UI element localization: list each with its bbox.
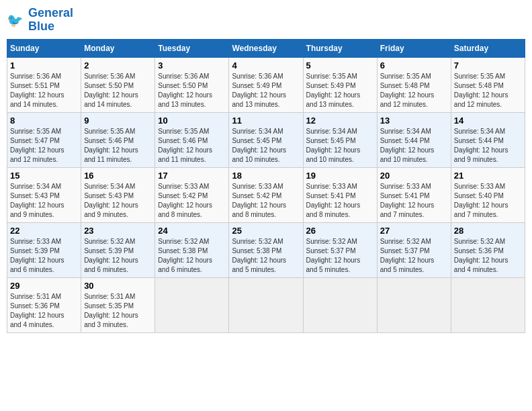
- day-number: 9: [84, 116, 152, 126]
- day-number: 15: [10, 171, 78, 181]
- day-detail: Sunrise: 5:34 AMSunset: 5:44 PMDaylight:…: [454, 127, 522, 165]
- col-header-friday: Friday: [377, 39, 451, 57]
- logo-icon: 🐦: [7, 11, 26, 30]
- day-detail: Sunrise: 5:35 AMSunset: 5:48 PMDaylight:…: [380, 72, 448, 109]
- calendar-cell: 17Sunrise: 5:33 AMSunset: 5:42 PMDayligh…: [155, 167, 229, 222]
- col-header-sunday: Sunday: [7, 39, 81, 57]
- day-number: 22: [10, 226, 78, 236]
- calendar-cell: 28Sunrise: 5:32 AMSunset: 5:36 PMDayligh…: [451, 222, 525, 277]
- calendar-cell: 6Sunrise: 5:35 AMSunset: 5:48 PMDaylight…: [377, 57, 451, 112]
- calendar-cell: 5Sunrise: 5:35 AMSunset: 5:49 PMDaylight…: [303, 57, 377, 112]
- col-header-thursday: Thursday: [303, 39, 377, 57]
- day-number: 5: [306, 60, 374, 71]
- day-detail: Sunrise: 5:35 AMSunset: 5:49 PMDaylight:…: [306, 72, 374, 109]
- day-number: 24: [158, 226, 226, 236]
- day-detail: Sunrise: 5:35 AMSunset: 5:47 PMDaylight:…: [10, 127, 78, 165]
- day-detail: Sunrise: 5:33 AMSunset: 5:42 PMDaylight:…: [158, 182, 226, 220]
- day-number: 26: [306, 226, 374, 236]
- day-detail: Sunrise: 5:32 AMSunset: 5:36 PMDaylight:…: [454, 237, 522, 275]
- calendar-cell: 20Sunrise: 5:33 AMSunset: 5:41 PMDayligh…: [377, 167, 451, 222]
- calendar-cell: 12Sunrise: 5:34 AMSunset: 5:45 PMDayligh…: [303, 112, 377, 167]
- calendar-cell: 30Sunrise: 5:31 AMSunset: 5:35 PMDayligh…: [81, 277, 155, 332]
- day-detail: Sunrise: 5:36 AMSunset: 5:50 PMDaylight:…: [158, 72, 226, 109]
- week-row: 1Sunrise: 5:36 AMSunset: 5:51 PMDaylight…: [7, 57, 525, 112]
- calendar-cell: 15Sunrise: 5:34 AMSunset: 5:43 PMDayligh…: [7, 167, 81, 222]
- day-number: 13: [380, 116, 448, 126]
- day-detail: Sunrise: 5:36 AMSunset: 5:51 PMDaylight:…: [10, 72, 78, 109]
- day-number: 4: [232, 60, 300, 71]
- calendar-cell: 13Sunrise: 5:34 AMSunset: 5:44 PMDayligh…: [377, 112, 451, 167]
- day-number: 30: [84, 281, 152, 291]
- col-header-saturday: Saturday: [451, 39, 525, 57]
- day-number: 28: [454, 226, 522, 236]
- day-detail: Sunrise: 5:32 AMSunset: 5:37 PMDaylight:…: [306, 237, 374, 275]
- day-number: 23: [84, 226, 152, 236]
- calendar-cell: 10Sunrise: 5:35 AMSunset: 5:46 PMDayligh…: [155, 112, 229, 167]
- day-detail: Sunrise: 5:33 AMSunset: 5:42 PMDaylight:…: [232, 182, 300, 220]
- day-number: 27: [380, 226, 448, 236]
- day-number: 29: [10, 281, 78, 291]
- day-number: 12: [306, 116, 374, 126]
- day-number: 2: [84, 60, 152, 71]
- day-detail: Sunrise: 5:36 AMSunset: 5:50 PMDaylight:…: [84, 72, 152, 109]
- day-detail: Sunrise: 5:32 AMSunset: 5:37 PMDaylight:…: [380, 237, 448, 275]
- day-detail: Sunrise: 5:31 AMSunset: 5:36 PMDaylight:…: [10, 292, 78, 330]
- week-row: 29Sunrise: 5:31 AMSunset: 5:36 PMDayligh…: [7, 277, 525, 332]
- day-detail: Sunrise: 5:33 AMSunset: 5:41 PMDaylight:…: [380, 182, 448, 220]
- logo: 🐦 General Blue: [7, 7, 73, 34]
- calendar-cell: 4Sunrise: 5:36 AMSunset: 5:49 PMDaylight…: [229, 57, 303, 112]
- day-number: 19: [306, 171, 374, 181]
- day-detail: Sunrise: 5:34 AMSunset: 5:43 PMDaylight:…: [10, 182, 78, 220]
- day-detail: Sunrise: 5:34 AMSunset: 5:45 PMDaylight:…: [306, 127, 374, 165]
- day-number: 18: [232, 171, 300, 181]
- day-number: 16: [84, 171, 152, 181]
- calendar-cell: [451, 277, 525, 332]
- day-detail: Sunrise: 5:32 AMSunset: 5:38 PMDaylight:…: [158, 237, 226, 275]
- calendar-cell: 2Sunrise: 5:36 AMSunset: 5:50 PMDaylight…: [81, 57, 155, 112]
- day-number: 17: [158, 171, 226, 181]
- calendar-cell: 24Sunrise: 5:32 AMSunset: 5:38 PMDayligh…: [155, 222, 229, 277]
- calendar-cell: 25Sunrise: 5:32 AMSunset: 5:38 PMDayligh…: [229, 222, 303, 277]
- calendar-cell: 18Sunrise: 5:33 AMSunset: 5:42 PMDayligh…: [229, 167, 303, 222]
- day-detail: Sunrise: 5:36 AMSunset: 5:49 PMDaylight:…: [232, 72, 300, 109]
- day-number: 1: [10, 60, 78, 71]
- day-detail: Sunrise: 5:31 AMSunset: 5:35 PMDaylight:…: [84, 292, 152, 330]
- week-row: 22Sunrise: 5:33 AMSunset: 5:39 PMDayligh…: [7, 222, 525, 277]
- day-detail: Sunrise: 5:33 AMSunset: 5:40 PMDaylight:…: [454, 182, 522, 220]
- day-number: 6: [380, 60, 448, 71]
- day-detail: Sunrise: 5:32 AMSunset: 5:39 PMDaylight:…: [84, 237, 152, 275]
- header-row: SundayMondayTuesdayWednesdayThursdayFrid…: [7, 39, 525, 57]
- calendar-cell: 19Sunrise: 5:33 AMSunset: 5:41 PMDayligh…: [303, 167, 377, 222]
- day-detail: Sunrise: 5:35 AMSunset: 5:46 PMDaylight:…: [84, 127, 152, 165]
- day-detail: Sunrise: 5:34 AMSunset: 5:44 PMDaylight:…: [380, 127, 448, 165]
- week-row: 8Sunrise: 5:35 AMSunset: 5:47 PMDaylight…: [7, 112, 525, 167]
- calendar-table: SundayMondayTuesdayWednesdayThursdayFrid…: [7, 39, 525, 333]
- day-number: 25: [232, 226, 300, 236]
- day-number: 3: [158, 60, 226, 71]
- svg-text:🐦: 🐦: [7, 12, 24, 28]
- day-detail: Sunrise: 5:34 AMSunset: 5:43 PMDaylight:…: [84, 182, 152, 220]
- day-detail: Sunrise: 5:35 AMSunset: 5:46 PMDaylight:…: [158, 127, 226, 165]
- calendar-cell: 27Sunrise: 5:32 AMSunset: 5:37 PMDayligh…: [377, 222, 451, 277]
- day-detail: Sunrise: 5:35 AMSunset: 5:48 PMDaylight:…: [454, 72, 522, 109]
- calendar-cell: 22Sunrise: 5:33 AMSunset: 5:39 PMDayligh…: [7, 222, 81, 277]
- calendar-cell: 26Sunrise: 5:32 AMSunset: 5:37 PMDayligh…: [303, 222, 377, 277]
- calendar-cell: 11Sunrise: 5:34 AMSunset: 5:45 PMDayligh…: [229, 112, 303, 167]
- calendar-cell: [229, 277, 303, 332]
- day-number: 21: [454, 171, 522, 181]
- calendar-cell: 16Sunrise: 5:34 AMSunset: 5:43 PMDayligh…: [81, 167, 155, 222]
- day-number: 11: [232, 116, 300, 126]
- calendar-cell: [155, 277, 229, 332]
- day-number: 7: [454, 60, 522, 71]
- col-header-tuesday: Tuesday: [155, 39, 229, 57]
- day-number: 8: [10, 116, 78, 126]
- day-number: 14: [454, 116, 522, 126]
- calendar-cell: 21Sunrise: 5:33 AMSunset: 5:40 PMDayligh…: [451, 167, 525, 222]
- calendar-cell: 14Sunrise: 5:34 AMSunset: 5:44 PMDayligh…: [451, 112, 525, 167]
- col-header-monday: Monday: [81, 39, 155, 57]
- calendar-cell: 9Sunrise: 5:35 AMSunset: 5:46 PMDaylight…: [81, 112, 155, 167]
- col-header-wednesday: Wednesday: [229, 39, 303, 57]
- calendar-cell: 23Sunrise: 5:32 AMSunset: 5:39 PMDayligh…: [81, 222, 155, 277]
- logo-text: General Blue: [28, 7, 73, 34]
- day-detail: Sunrise: 5:33 AMSunset: 5:39 PMDaylight:…: [10, 237, 78, 275]
